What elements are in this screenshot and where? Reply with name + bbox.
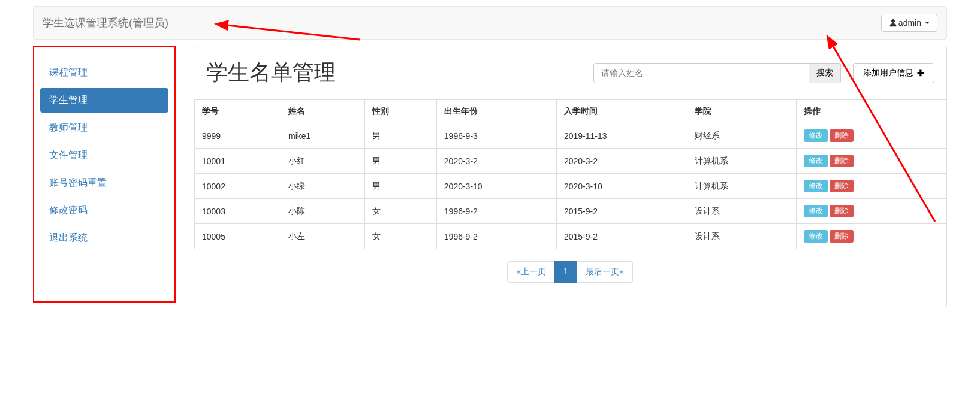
cell-birth: 2020-3-10 (436, 174, 556, 199)
cell-gender: 男 (365, 174, 436, 199)
cell-name: mike1 (281, 123, 365, 149)
col-header-3: 出生年份 (436, 100, 556, 123)
cell-gender: 男 (365, 149, 436, 174)
col-header-6: 操作 (796, 100, 946, 123)
col-header-2: 性别 (365, 100, 436, 123)
edit-button[interactable]: 修改 (804, 155, 828, 167)
pagination: «上一页 1 最后一页» (194, 261, 946, 283)
user-label: admin (898, 18, 921, 28)
table-row: 10003小陈女1996-9-22015-9-2设计系修改删除 (195, 199, 946, 224)
cell-birth: 1996-9-3 (436, 123, 556, 149)
cell-actions: 修改删除 (796, 149, 946, 174)
col-header-4: 入学时间 (556, 100, 687, 123)
edit-button[interactable]: 修改 (804, 205, 828, 217)
sidebar-item-label: 修改密码 (40, 198, 168, 223)
sidebar-item-1[interactable]: 学生管理 (34, 88, 174, 113)
edit-button[interactable]: 修改 (804, 129, 828, 142)
cell-id: 10005 (195, 224, 281, 249)
col-header-0: 学号 (195, 100, 281, 123)
delete-button[interactable]: 删除 (830, 180, 854, 192)
table-row: 9999mike1男1996-9-32019-11-13财经系修改删除 (195, 123, 946, 149)
app-title: 学生选课管理系统(管理员) (43, 7, 168, 39)
cell-name: 小左 (281, 224, 365, 249)
cell-name: 小红 (281, 149, 365, 174)
user-icon (889, 19, 897, 27)
cell-id: 10001 (195, 149, 281, 174)
cell-college: 计算机系 (687, 149, 796, 174)
sidebar-item-label: 教师管理 (40, 116, 168, 140)
search-button[interactable]: 搜索 (809, 63, 841, 83)
main-panel: 学生名单管理 搜索 添加用户信息 ✚ 学号姓名性别出生年份入学时间学院操作 99… (194, 46, 947, 307)
add-user-label: 添加用户信息 (863, 68, 913, 78)
cell-college: 设计系 (687, 224, 796, 249)
cell-actions: 修改删除 (796, 224, 946, 249)
delete-button[interactable]: 删除 (830, 230, 854, 243)
cell-college: 财经系 (687, 123, 796, 149)
sidebar-item-3[interactable]: 文件管理 (34, 143, 174, 168)
cell-actions: 修改删除 (796, 174, 946, 199)
sidebar-item-label: 文件管理 (40, 143, 168, 168)
cell-birth: 1996-9-2 (436, 224, 556, 249)
cell-enroll: 2020-3-10 (556, 174, 687, 199)
user-menu-button[interactable]: admin (881, 14, 937, 32)
search-input[interactable] (593, 63, 809, 83)
sidebar-item-label: 学生管理 (40, 88, 168, 113)
delete-button[interactable]: 删除 (830, 205, 854, 217)
search-group: 搜索 (593, 63, 841, 83)
cell-gender: 女 (365, 199, 436, 224)
cell-enroll: 2015-9-2 (556, 224, 687, 249)
plus-icon: ✚ (917, 68, 924, 78)
cell-actions: 修改删除 (796, 123, 946, 149)
page-prev[interactable]: «上一页 (507, 261, 555, 283)
cell-name: 小绿 (281, 174, 365, 199)
table-row: 10002小绿男2020-3-102020-3-10计算机系修改删除 (195, 174, 946, 199)
page-current[interactable]: 1 (554, 261, 577, 283)
sidebar-item-4[interactable]: 账号密码重置 (34, 171, 174, 195)
col-header-1: 姓名 (281, 100, 365, 123)
page-title: 学生名单管理 (206, 58, 581, 87)
table-row: 10001小红男2020-3-22020-3-2计算机系修改删除 (195, 149, 946, 174)
delete-button[interactable]: 删除 (830, 155, 854, 167)
cell-id: 9999 (195, 123, 281, 149)
sidebar: 课程管理学生管理教师管理文件管理账号密码重置修改密码退出系统 (33, 46, 176, 303)
cell-birth: 2020-3-2 (436, 149, 556, 174)
cell-enroll: 2015-9-2 (556, 199, 687, 224)
cell-gender: 男 (365, 123, 436, 149)
edit-button[interactable]: 修改 (804, 230, 828, 243)
sidebar-item-0[interactable]: 课程管理 (34, 61, 174, 85)
sidebar-item-label: 退出系统 (40, 226, 168, 250)
cell-enroll: 2020-3-2 (556, 149, 687, 174)
cell-id: 10003 (195, 199, 281, 224)
navbar: 学生选课管理系统(管理员) admin (33, 6, 947, 40)
sidebar-item-label: 账号密码重置 (40, 171, 168, 195)
sidebar-item-2[interactable]: 教师管理 (34, 116, 174, 140)
delete-button[interactable]: 删除 (830, 129, 854, 142)
col-header-5: 学院 (687, 100, 796, 123)
page-last[interactable]: 最后一页» (577, 261, 633, 283)
cell-name: 小陈 (281, 199, 365, 224)
chevron-down-icon (925, 22, 930, 24)
cell-college: 计算机系 (687, 174, 796, 199)
cell-college: 设计系 (687, 199, 796, 224)
sidebar-item-5[interactable]: 修改密码 (34, 198, 174, 223)
cell-gender: 女 (365, 224, 436, 249)
sidebar-item-label: 课程管理 (40, 61, 168, 85)
sidebar-item-6[interactable]: 退出系统 (34, 226, 174, 250)
student-table: 学号姓名性别出生年份入学时间学院操作 9999mike1男1996-9-3201… (194, 99, 946, 249)
edit-button[interactable]: 修改 (804, 180, 828, 192)
cell-id: 10002 (195, 174, 281, 199)
cell-birth: 1996-9-2 (436, 199, 556, 224)
cell-actions: 修改删除 (796, 199, 946, 224)
cell-enroll: 2019-11-13 (556, 123, 687, 149)
add-user-button[interactable]: 添加用户信息 ✚ (853, 63, 934, 83)
table-row: 10005小左女1996-9-22015-9-2设计系修改删除 (195, 224, 946, 249)
